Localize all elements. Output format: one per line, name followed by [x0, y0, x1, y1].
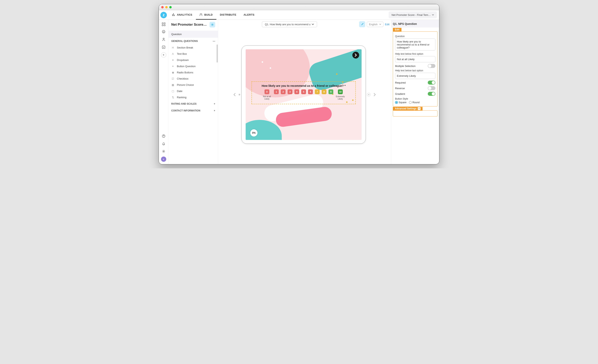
- scrollbar-thumb[interactable]: [216, 44, 218, 63]
- svg-rect-1: [164, 23, 165, 24]
- question-settings-title: Q1. NPS Question: [391, 20, 439, 27]
- toggle-required[interactable]: [428, 81, 435, 85]
- label-help-first: Help text below first option: [395, 53, 435, 55]
- dropdown-icon: ▾: [171, 58, 174, 62]
- question-types-card: Question GENERAL QUESTIONS — HSection Br…: [168, 31, 218, 115]
- nps-6[interactable]: 6: [308, 89, 313, 94]
- qt-ranking[interactable]: ⇅Ranking: [168, 94, 218, 100]
- survey-settings-button[interactable]: [209, 22, 215, 27]
- svg-point-5: [163, 31, 163, 32]
- nps-4[interactable]: 4: [294, 89, 299, 94]
- svg-point-6: [164, 31, 164, 32]
- nps-2[interactable]: 2: [281, 89, 286, 94]
- window-close-icon[interactable]: [161, 6, 164, 8]
- qt-dropdown[interactable]: ▾Dropdown: [168, 57, 218, 63]
- nav-build[interactable]: BUILD: [196, 10, 216, 20]
- group-contact-info[interactable]: CONTACT INFORMATION +: [168, 107, 218, 114]
- qt-label: Button Question: [177, 65, 196, 68]
- pager-dot-next[interactable]: [367, 93, 371, 97]
- rail-bell-icon[interactable]: [161, 141, 166, 146]
- radio-round-label: Round: [413, 101, 420, 104]
- label-reverse: Reverse: [395, 87, 405, 90]
- nav-analytics[interactable]: ANALYTICS: [168, 10, 196, 20]
- next-button[interactable]: [352, 52, 359, 58]
- rail-help-icon[interactable]: [161, 134, 166, 138]
- window-zoom-icon[interactable]: [169, 6, 172, 8]
- edit-link[interactable]: Edit: [385, 23, 390, 26]
- qt-date[interactable]: ▢Date: [168, 88, 218, 94]
- next-question-button[interactable]: [372, 92, 377, 97]
- question-textarea[interactable]: How likely are you to recommend us to a …: [395, 39, 435, 50]
- toggle-multiple-selection[interactable]: [428, 64, 435, 68]
- qt-label: Dropdown: [177, 58, 189, 62]
- template-selector[interactable]: Net Promoter Score - Final Tem…: [389, 11, 437, 18]
- qt-section-break[interactable]: HSection Break: [168, 44, 218, 51]
- chevron-down-icon: [432, 14, 434, 16]
- group-general-questions[interactable]: GENERAL QUESTIONS —: [168, 38, 218, 44]
- rail-gear-icon[interactable]: [161, 149, 166, 154]
- toggle-gradient[interactable]: [428, 92, 435, 96]
- prev-question-button[interactable]: [232, 92, 237, 97]
- nps-8[interactable]: 8: [322, 89, 326, 94]
- theme-brush-button[interactable]: [359, 21, 365, 27]
- rail-user-icon[interactable]: [161, 37, 166, 42]
- label-multiple: Multiple Selection: [395, 65, 415, 68]
- avatar[interactable]: c: [161, 157, 166, 162]
- question-dropdown[interactable]: Q1. How likely are you to recommend u: [262, 21, 317, 27]
- pager-dot-prev[interactable]: [239, 94, 240, 95]
- label-gradient: Gradient: [395, 92, 405, 95]
- help-first-input[interactable]: [395, 56, 435, 62]
- radio-off-icon: [409, 101, 412, 104]
- nav-distribute[interactable]: DISTRIBUTE: [216, 10, 240, 20]
- nps-label-high: Extremely Likely: [335, 95, 345, 100]
- qt-radio-buttons[interactable]: ◉Radio Buttons: [168, 69, 218, 76]
- radio-square[interactable]: Square: [395, 101, 407, 104]
- image-icon: ▦: [171, 83, 174, 86]
- toggle-reverse[interactable]: [428, 86, 435, 90]
- radio-round[interactable]: Round: [409, 101, 420, 104]
- qt-label: Ranking: [177, 96, 186, 99]
- nps-5[interactable]: 5: [301, 89, 306, 94]
- button-style-radios: Square Round: [395, 101, 435, 104]
- nps-3[interactable]: 3: [288, 89, 292, 94]
- language-dropdown[interactable]: English: [367, 22, 383, 27]
- topbar: z ANALYTICS BUILD DISTRIBUTE ALERTS Net …: [159, 10, 439, 20]
- label-question: Question: [395, 35, 435, 38]
- nav-alerts[interactable]: ALERTS: [240, 10, 258, 20]
- rail-feedback-icon[interactable]: [161, 30, 166, 34]
- qt-button-question[interactable]: ≡Button Question: [168, 63, 218, 69]
- nps-0[interactable]: 0: [265, 89, 269, 94]
- svg-rect-2: [162, 25, 163, 26]
- label-help-last: Help text below last option: [395, 69, 435, 72]
- left-panel: Net Promoter Score… Question GENERAL QUE…: [168, 20, 218, 164]
- app-logo[interactable]: z: [159, 10, 168, 20]
- nps-question-block: How likely are you to recommend us to a …: [251, 81, 356, 104]
- rail-checklist-icon[interactable]: [161, 45, 166, 49]
- window-minimize-icon[interactable]: [165, 6, 168, 8]
- group-contact-label: CONTACT INFORMATION: [171, 109, 200, 112]
- right-panel: Q1. NPS Question Edit Question How likel…: [391, 20, 439, 164]
- nps-label-low: Not at all Likely: [262, 95, 272, 100]
- nps-1[interactable]: 1: [274, 89, 279, 94]
- preview-screen: 0% How likely are you to recommend us to…: [246, 49, 362, 140]
- brush-icon: [361, 23, 364, 26]
- help-last-input[interactable]: [395, 73, 435, 79]
- edit-tab[interactable]: Edit: [393, 28, 401, 32]
- nps-9[interactable]: 9: [328, 89, 333, 94]
- qt-text-box[interactable]: AText Box: [168, 51, 218, 57]
- qt-label: Date: [177, 89, 182, 93]
- qt-checkbox[interactable]: ☑Checkbox: [168, 76, 218, 82]
- nps-7[interactable]: 7: [315, 89, 320, 94]
- nav-build-label: BUILD: [204, 13, 213, 16]
- qt-picture-choice[interactable]: ▦Picture Choice: [168, 82, 218, 88]
- advanced-settings-box[interactable]: Advanced Settings+: [393, 110, 438, 116]
- group-general-label: GENERAL QUESTIONS: [171, 40, 198, 42]
- group-rating-scales[interactable]: RATING AND SCALES +: [168, 100, 218, 107]
- rail-add-button[interactable]: +: [161, 52, 166, 57]
- rail-apps-icon[interactable]: [161, 22, 166, 27]
- svg-point-10: [163, 137, 164, 137]
- nps-10[interactable]: 10: [338, 89, 343, 94]
- minus-icon: —: [213, 40, 215, 42]
- body: + c Net Promoter Score… Question GENERAL…: [159, 20, 439, 164]
- qt-label: Picture Choice: [177, 83, 194, 86]
